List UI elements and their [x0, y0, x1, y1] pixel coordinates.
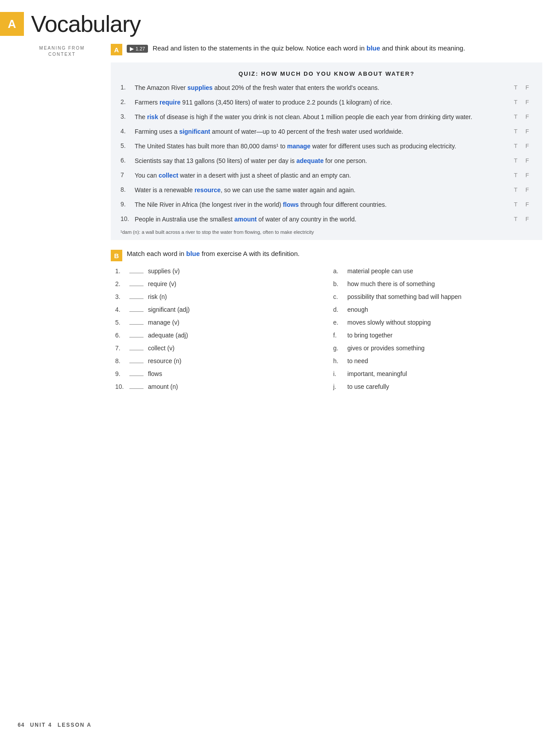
match-definition: gives or provides something: [347, 345, 424, 352]
lesson-label: LESSON A: [58, 722, 92, 728]
true-option[interactable]: T: [514, 128, 517, 135]
left-sidebar: MEANING FROM CONTEXT: [18, 42, 106, 396]
main-content: MEANING FROM CONTEXT A ▶ 1.27 Read and l…: [0, 42, 560, 396]
false-option[interactable]: F: [525, 99, 529, 105]
true-option[interactable]: T: [514, 157, 517, 164]
content-area: A ▶ 1.27 Read and listen to the statemen…: [106, 42, 542, 396]
false-option[interactable]: F: [525, 113, 529, 120]
section-a-instruction: Read and listen to the statements in the…: [152, 43, 542, 54]
true-option[interactable]: T: [514, 113, 517, 120]
quiz-item-num: 6.: [121, 156, 135, 164]
true-option[interactable]: T: [514, 143, 517, 149]
match-definition: enough: [347, 306, 368, 313]
false-option[interactable]: F: [525, 143, 529, 149]
match-blank[interactable]: [129, 324, 144, 325]
true-option[interactable]: T: [514, 99, 517, 105]
match-left-item: 10.amount (n): [115, 383, 320, 390]
match-letter: a.: [333, 267, 345, 275]
true-option[interactable]: T: [514, 84, 517, 91]
quiz-tf[interactable]: TF: [514, 156, 533, 164]
match-letter: c.: [333, 293, 345, 300]
false-option[interactable]: F: [525, 216, 529, 222]
match-word: significant (adj): [148, 306, 190, 313]
match-blank[interactable]: [129, 298, 144, 299]
false-option[interactable]: F: [525, 201, 529, 208]
page-footer: 64 UNIT 4 LESSON A: [18, 722, 95, 728]
match-left-item: 5.manage (v): [115, 319, 320, 326]
quiz-items-container: 1.The Amazon River supplies about 20% of…: [121, 83, 533, 224]
false-option[interactable]: F: [525, 84, 529, 91]
match-blank[interactable]: [129, 337, 144, 337]
match-right-item: e.moves slowly without stopping: [333, 319, 538, 326]
match-blank[interactable]: [129, 286, 144, 286]
match-blank[interactable]: [129, 388, 144, 389]
false-option[interactable]: F: [525, 128, 529, 135]
page-number: 64: [18, 722, 24, 728]
match-definition: to use carefully: [347, 383, 389, 390]
match-word: supplies (v): [148, 267, 180, 275]
false-option[interactable]: F: [525, 172, 529, 178]
match-letter: i.: [333, 370, 345, 377]
quiz-item: 4.Farming uses a significant amount of w…: [121, 127, 533, 136]
false-option[interactable]: F: [525, 157, 529, 164]
quiz-tf[interactable]: TF: [514, 215, 533, 222]
section-b-blue-word: blue: [186, 250, 200, 257]
match-letter: b.: [333, 280, 345, 287]
true-option[interactable]: T: [514, 172, 517, 178]
match-right-item: a.material people can use: [333, 267, 538, 275]
match-container: 1.supplies (v)2.require (v)3.risk (n)4.s…: [111, 267, 542, 396]
quiz-footnote: ¹dam (n): a wall built across a river to…: [121, 229, 533, 235]
quiz-item: 2.Farmers require 911 gallons (3,450 lit…: [121, 98, 533, 107]
quiz-item-text: The Amazon River supplies about 20% of t…: [135, 83, 514, 93]
match-blank[interactable]: [129, 273, 144, 273]
match-right-item: b.how much there is of something: [333, 280, 538, 287]
match-blank[interactable]: [129, 311, 144, 312]
quiz-item: 1.The Amazon River supplies about 20% of…: [121, 83, 533, 93]
match-definition: to bring together: [347, 332, 393, 339]
page-header: A Vocabulary: [0, 0, 560, 42]
quiz-item: 6.Scientists say that 13 gallons (50 lit…: [121, 156, 533, 166]
quiz-item-text: Farmers require 911 gallons (3,450 liter…: [135, 98, 514, 107]
quiz-tf[interactable]: TF: [514, 186, 533, 193]
quiz-item-text: You can collect water in a desert with j…: [135, 171, 514, 180]
true-option[interactable]: T: [514, 186, 517, 193]
match-left-item: 9.flows: [115, 370, 320, 377]
match-blank[interactable]: [129, 376, 144, 376]
audio-badge[interactable]: ▶ 1.27: [127, 45, 148, 53]
quiz-tf[interactable]: TF: [514, 142, 533, 149]
match-blank[interactable]: [129, 350, 144, 350]
match-left: 1.supplies (v)2.require (v)3.risk (n)4.s…: [115, 267, 333, 396]
quiz-tf[interactable]: TF: [514, 112, 533, 120]
match-right-item: c.possibility that something bad will ha…: [333, 293, 538, 300]
match-letter: j.: [333, 383, 345, 390]
quiz-tf[interactable]: TF: [514, 171, 533, 178]
match-definition: material people can use: [347, 267, 413, 275]
quiz-tf[interactable]: TF: [514, 98, 533, 105]
match-right-item: j.to use carefully: [333, 383, 538, 390]
quiz-item: 3.The risk of disease is high if the wat…: [121, 112, 533, 122]
quiz-item-num: 10.: [121, 215, 135, 222]
match-definition: to need: [347, 357, 368, 364]
quiz-bold-word: manage: [287, 143, 311, 150]
match-blank[interactable]: [129, 363, 144, 363]
true-option[interactable]: T: [514, 216, 517, 222]
quiz-item-num: 8.: [121, 186, 135, 193]
quiz-item-text: The Nile River in Africa (the longest ri…: [135, 200, 514, 209]
match-left-item: 4.significant (adj): [115, 306, 320, 313]
match-definition: how much there is of something: [347, 280, 435, 287]
quiz-tf[interactable]: TF: [514, 127, 533, 135]
match-letter: f.: [333, 332, 345, 339]
quiz-tf[interactable]: TF: [514, 83, 533, 91]
page-title: Vocabulary: [31, 11, 140, 37]
quiz-tf[interactable]: TF: [514, 200, 533, 208]
true-option[interactable]: T: [514, 201, 517, 208]
quiz-bold-word: collect: [159, 172, 178, 179]
quiz-item-num: 1.: [121, 83, 135, 91]
quiz-item-num: 9.: [121, 200, 135, 208]
false-option[interactable]: F: [525, 186, 529, 193]
quiz-bold-word: resource: [194, 186, 221, 194]
quiz-item: 7You can collect water in a desert with …: [121, 171, 533, 180]
match-letter: g.: [333, 345, 345, 352]
audio-label: 1.27: [136, 46, 145, 51]
match-word: collect (v): [148, 345, 175, 352]
